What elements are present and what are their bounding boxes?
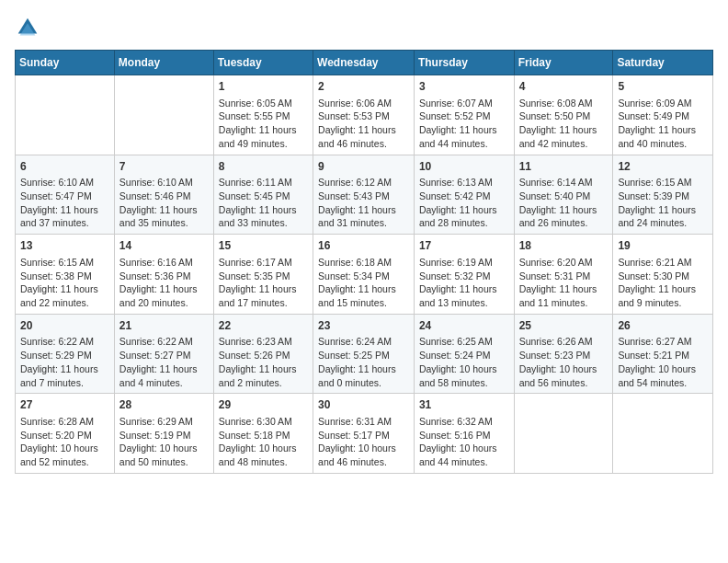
calendar-week-row: 13Sunrise: 6:15 AM Sunset: 5:38 PM Dayli… <box>16 235 713 315</box>
day-content: Sunrise: 6:06 AM Sunset: 5:53 PM Dayligh… <box>318 97 409 151</box>
day-content: Sunrise: 6:05 AM Sunset: 5:55 PM Dayligh… <box>219 97 308 151</box>
logo-icon <box>15 15 40 40</box>
calendar-cell: 27Sunrise: 6:28 AM Sunset: 5:20 PM Dayli… <box>16 394 115 474</box>
day-number: 21 <box>119 318 209 334</box>
day-content: Sunrise: 6:18 AM Sunset: 5:34 PM Dayligh… <box>318 256 409 310</box>
calendar-cell: 9Sunrise: 6:12 AM Sunset: 5:43 PM Daylig… <box>313 155 415 235</box>
day-number: 11 <box>519 159 609 175</box>
day-number: 15 <box>219 238 308 254</box>
day-number: 22 <box>219 318 308 334</box>
calendar-cell: 18Sunrise: 6:20 AM Sunset: 5:31 PM Dayli… <box>514 235 613 315</box>
header-thursday: Thursday <box>414 51 514 75</box>
calendar-cell: 15Sunrise: 6:17 AM Sunset: 5:35 PM Dayli… <box>213 235 313 315</box>
calendar-cell: 20Sunrise: 6:22 AM Sunset: 5:29 PM Dayli… <box>16 314 115 394</box>
day-number: 8 <box>219 159 308 175</box>
day-content: Sunrise: 6:16 AM Sunset: 5:36 PM Dayligh… <box>119 256 209 310</box>
calendar-cell: 31Sunrise: 6:32 AM Sunset: 5:16 PM Dayli… <box>414 394 514 474</box>
day-number: 28 <box>119 397 209 413</box>
calendar-week-row: 27Sunrise: 6:28 AM Sunset: 5:20 PM Dayli… <box>16 394 713 474</box>
calendar-cell: 25Sunrise: 6:26 AM Sunset: 5:23 PM Dayli… <box>514 314 613 394</box>
day-content: Sunrise: 6:26 AM Sunset: 5:23 PM Dayligh… <box>519 335 609 389</box>
calendar-cell: 24Sunrise: 6:25 AM Sunset: 5:24 PM Dayli… <box>414 314 514 394</box>
day-content: Sunrise: 6:10 AM Sunset: 5:47 PM Dayligh… <box>20 176 109 230</box>
day-content: Sunrise: 6:10 AM Sunset: 5:46 PM Dayligh… <box>119 176 209 230</box>
day-number: 16 <box>318 238 409 254</box>
day-content: Sunrise: 6:15 AM Sunset: 5:39 PM Dayligh… <box>618 176 708 230</box>
day-content: Sunrise: 6:12 AM Sunset: 5:43 PM Dayligh… <box>318 176 409 230</box>
day-number: 6 <box>20 159 109 175</box>
calendar-cell: 11Sunrise: 6:14 AM Sunset: 5:40 PM Dayli… <box>514 155 613 235</box>
header-friday: Friday <box>514 51 613 75</box>
day-number: 29 <box>219 397 308 413</box>
day-number: 18 <box>519 238 609 254</box>
day-content: Sunrise: 6:23 AM Sunset: 5:26 PM Dayligh… <box>219 335 308 389</box>
day-number: 3 <box>419 79 509 95</box>
calendar-cell: 23Sunrise: 6:24 AM Sunset: 5:25 PM Dayli… <box>313 314 415 394</box>
day-content: Sunrise: 6:07 AM Sunset: 5:52 PM Dayligh… <box>419 97 509 151</box>
day-number: 10 <box>419 159 509 175</box>
header-monday: Monday <box>114 51 213 75</box>
calendar-cell: 22Sunrise: 6:23 AM Sunset: 5:26 PM Dayli… <box>213 314 313 394</box>
day-number: 31 <box>419 397 509 413</box>
day-number: 12 <box>618 159 708 175</box>
day-content: Sunrise: 6:31 AM Sunset: 5:17 PM Dayligh… <box>318 415 409 469</box>
calendar-cell <box>114 75 213 155</box>
day-content: Sunrise: 6:29 AM Sunset: 5:19 PM Dayligh… <box>119 415 209 469</box>
day-number: 25 <box>519 318 609 334</box>
calendar-cell: 5Sunrise: 6:09 AM Sunset: 5:49 PM Daylig… <box>613 75 713 155</box>
day-content: Sunrise: 6:11 AM Sunset: 5:45 PM Dayligh… <box>219 176 308 230</box>
calendar-cell: 21Sunrise: 6:22 AM Sunset: 5:27 PM Dayli… <box>114 314 213 394</box>
day-number: 26 <box>618 318 708 334</box>
day-content: Sunrise: 6:22 AM Sunset: 5:27 PM Dayligh… <box>119 335 209 389</box>
calendar-cell: 2Sunrise: 6:06 AM Sunset: 5:53 PM Daylig… <box>313 75 415 155</box>
day-content: Sunrise: 6:13 AM Sunset: 5:42 PM Dayligh… <box>419 176 509 230</box>
calendar-cell: 28Sunrise: 6:29 AM Sunset: 5:19 PM Dayli… <box>114 394 213 474</box>
calendar-cell: 6Sunrise: 6:10 AM Sunset: 5:47 PM Daylig… <box>16 155 115 235</box>
day-number: 23 <box>318 318 409 334</box>
calendar-cell: 3Sunrise: 6:07 AM Sunset: 5:52 PM Daylig… <box>414 75 514 155</box>
page-header <box>15 15 713 40</box>
calendar-cell <box>16 75 115 155</box>
day-content: Sunrise: 6:08 AM Sunset: 5:50 PM Dayligh… <box>519 97 609 151</box>
calendar-cell: 30Sunrise: 6:31 AM Sunset: 5:17 PM Dayli… <box>313 394 415 474</box>
day-number: 27 <box>20 397 109 413</box>
calendar-cell: 19Sunrise: 6:21 AM Sunset: 5:30 PM Dayli… <box>613 235 713 315</box>
header-saturday: Saturday <box>613 51 713 75</box>
day-content: Sunrise: 6:14 AM Sunset: 5:40 PM Dayligh… <box>519 176 609 230</box>
day-content: Sunrise: 6:20 AM Sunset: 5:31 PM Dayligh… <box>519 256 609 310</box>
header-tuesday: Tuesday <box>213 51 313 75</box>
calendar-table: SundayMondayTuesdayWednesdayThursdayFrid… <box>15 50 713 474</box>
day-number: 13 <box>20 238 109 254</box>
day-number: 7 <box>119 159 209 175</box>
calendar-header-row: SundayMondayTuesdayWednesdayThursdayFrid… <box>16 51 713 75</box>
day-number: 17 <box>419 238 509 254</box>
calendar-week-row: 6Sunrise: 6:10 AM Sunset: 5:47 PM Daylig… <box>16 155 713 235</box>
calendar-cell: 29Sunrise: 6:30 AM Sunset: 5:18 PM Dayli… <box>213 394 313 474</box>
day-content: Sunrise: 6:30 AM Sunset: 5:18 PM Dayligh… <box>219 415 308 469</box>
calendar-cell: 7Sunrise: 6:10 AM Sunset: 5:46 PM Daylig… <box>114 155 213 235</box>
header-wednesday: Wednesday <box>313 51 415 75</box>
day-content: Sunrise: 6:24 AM Sunset: 5:25 PM Dayligh… <box>318 335 409 389</box>
day-number: 30 <box>318 397 409 413</box>
calendar-cell: 16Sunrise: 6:18 AM Sunset: 5:34 PM Dayli… <box>313 235 415 315</box>
calendar-cell <box>613 394 713 474</box>
day-content: Sunrise: 6:09 AM Sunset: 5:49 PM Dayligh… <box>618 97 708 151</box>
calendar-cell: 12Sunrise: 6:15 AM Sunset: 5:39 PM Dayli… <box>613 155 713 235</box>
day-content: Sunrise: 6:19 AM Sunset: 5:32 PM Dayligh… <box>419 256 509 310</box>
day-number: 5 <box>618 79 708 95</box>
calendar-cell: 13Sunrise: 6:15 AM Sunset: 5:38 PM Dayli… <box>16 235 115 315</box>
day-content: Sunrise: 6:15 AM Sunset: 5:38 PM Dayligh… <box>20 256 109 310</box>
day-content: Sunrise: 6:25 AM Sunset: 5:24 PM Dayligh… <box>419 335 509 389</box>
day-content: Sunrise: 6:28 AM Sunset: 5:20 PM Dayligh… <box>20 415 109 469</box>
day-number: 2 <box>318 79 409 95</box>
calendar-cell: 10Sunrise: 6:13 AM Sunset: 5:42 PM Dayli… <box>414 155 514 235</box>
calendar-cell: 4Sunrise: 6:08 AM Sunset: 5:50 PM Daylig… <box>514 75 613 155</box>
calendar-cell: 8Sunrise: 6:11 AM Sunset: 5:45 PM Daylig… <box>213 155 313 235</box>
day-number: 9 <box>318 159 409 175</box>
logo <box>15 15 44 40</box>
day-content: Sunrise: 6:32 AM Sunset: 5:16 PM Dayligh… <box>419 415 509 469</box>
calendar-cell: 14Sunrise: 6:16 AM Sunset: 5:36 PM Dayli… <box>114 235 213 315</box>
calendar-week-row: 1Sunrise: 6:05 AM Sunset: 5:55 PM Daylig… <box>16 75 713 155</box>
day-number: 19 <box>618 238 708 254</box>
day-number: 1 <box>219 79 308 95</box>
